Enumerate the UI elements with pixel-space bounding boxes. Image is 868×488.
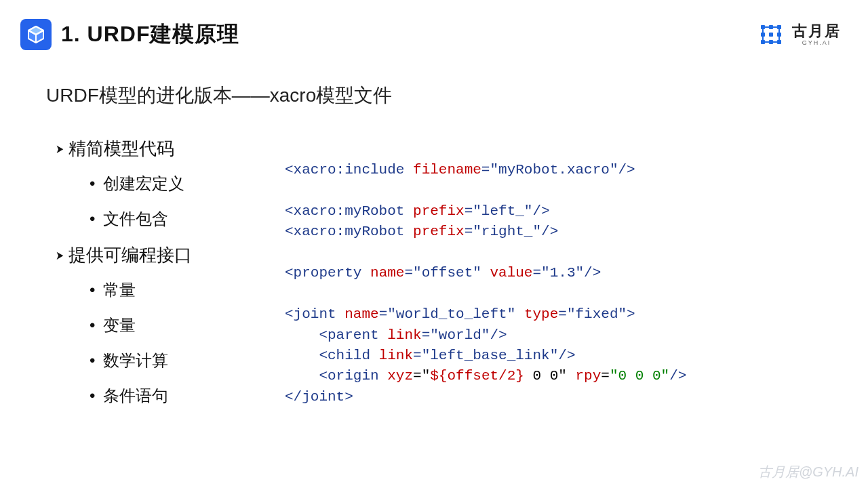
svg-rect-8 — [777, 40, 781, 44]
brand-logo: 古月居 GYH.AI — [760, 24, 841, 46]
svg-rect-3 — [761, 33, 765, 37]
svg-rect-0 — [761, 25, 765, 29]
svg-rect-1 — [769, 25, 773, 29]
outline-item: 文件包含 — [90, 208, 285, 230]
outline-item: 变量 — [90, 314, 285, 336]
code-block: <xacro:include filename="myRobot.xacro"/… — [285, 137, 868, 420]
svg-rect-2 — [777, 25, 781, 29]
outline-item: 常量 — [90, 279, 285, 301]
brand-grid-icon — [760, 24, 787, 45]
svg-rect-4 — [769, 33, 773, 37]
content: 精简模型代码 创建宏定义 文件包含 提供可编程接口 常量 变量 数学计算 条件语… — [0, 137, 868, 420]
outline-item: 创建宏定义 — [90, 173, 285, 195]
page-title: 1. URDF建模原理 — [61, 20, 239, 49]
svg-rect-6 — [761, 40, 765, 44]
watermark: 古月居@GYH.AI — [758, 463, 859, 481]
subtitle: URDF模型的进化版本——xacro模型文件 — [46, 83, 868, 108]
svg-rect-7 — [769, 40, 773, 44]
outline-group-2: 提供可编程接口 — [54, 243, 285, 267]
outline: 精简模型代码 创建宏定义 文件包含 提供可编程接口 常量 变量 数学计算 条件语… — [0, 137, 285, 420]
header: 1. URDF建模原理 古月居 GYH.AI — [0, 0, 868, 50]
outline-item: 数学计算 — [90, 350, 285, 371]
svg-rect-5 — [777, 33, 781, 37]
brand-name-en: GYH.AI — [792, 40, 841, 46]
outline-item: 条件语句 — [90, 385, 285, 407]
outline-group-1: 精简模型代码 — [54, 137, 285, 161]
brand-name-cn: 古月居 — [792, 24, 841, 39]
title-group: 1. URDF建模原理 — [20, 19, 239, 50]
cube-logo-icon — [20, 19, 52, 50]
